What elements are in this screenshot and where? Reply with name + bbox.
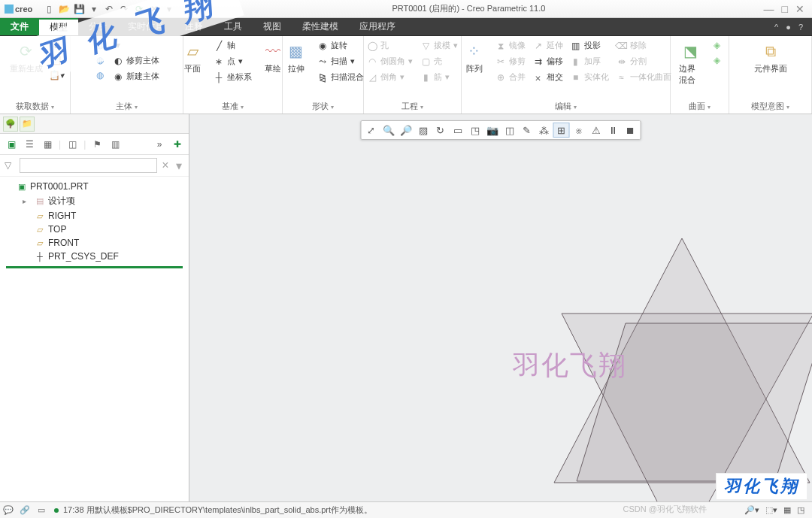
- blend-button[interactable]: ⧎扫描混合: [316, 71, 365, 83]
- graphics-canvas[interactable]: ⤢ 🔍 🔎 ▨ ↻ ▭ ◳ 📷 ◫ ✎ ⁂ ⊞ ⨳ ⚠ ⏸ ⏹ 羽化飞翔: [189, 114, 812, 501]
- filter-dd-icon[interactable]: ▾: [174, 159, 184, 173]
- open-icon[interactable]: 📂: [58, 3, 70, 15]
- new-body-button[interactable]: ◉新建主体: [111, 70, 161, 83]
- window-controls: — □ ✕: [756, 3, 812, 15]
- sidebar-tabs: 🌳 📁: [0, 114, 189, 134]
- minimize-button[interactable]: —: [764, 3, 774, 15]
- tree-csys[interactable]: ┼PRT_CSYS_DEF: [20, 250, 187, 263]
- body4-icon[interactable]: ▾: [111, 39, 161, 51]
- project-button[interactable]: ▥投影: [569, 39, 611, 52]
- point-button[interactable]: ∗点 ▾: [212, 55, 253, 68]
- thicken-button[interactable]: ▮加厚: [569, 55, 611, 68]
- clear-filter-icon[interactable]: ×: [160, 159, 171, 172]
- offset-button[interactable]: ⇉偏移: [532, 55, 565, 68]
- pattern-button[interactable]: ⁘阵列: [459, 39, 489, 76]
- tree-list-icon[interactable]: ☰: [23, 138, 36, 151]
- tree-right-plane[interactable]: ▱RIGHT: [20, 209, 187, 223]
- zoomin-icon[interactable]: 🔍: [380, 123, 397, 138]
- copy-icon[interactable]: ⧉: [50, 39, 64, 51]
- tab-apps[interactable]: 应用程序: [349, 18, 406, 35]
- boundary-icon: ⬔: [680, 41, 701, 62]
- save-dd-icon[interactable]: ▾: [88, 3, 100, 15]
- regenerate-button[interactable]: ⟳ 重新生成: [7, 39, 46, 76]
- tree-root[interactable]: ▣PRT0001.PRT: [2, 180, 187, 193]
- tree-settings-icon[interactable]: ✚: [171, 138, 184, 151]
- close-win-icon[interactable]: ✕: [148, 3, 160, 15]
- body1-icon[interactable]: ◍: [93, 39, 107, 51]
- sidebar-tab-layers[interactable]: 📁: [20, 117, 35, 132]
- smart-filter-icon[interactable]: ◳: [797, 505, 804, 515]
- collapse-ribbon-icon[interactable]: ^: [774, 23, 778, 32]
- redo-icon[interactable]: ↷: [118, 3, 130, 15]
- trim-button[interactable]: ✂修剪: [494, 55, 527, 68]
- refit-icon[interactable]: ⤢: [363, 123, 380, 138]
- find-icon[interactable]: 🔎▾: [744, 505, 759, 515]
- split-button[interactable]: ⇹分割: [615, 55, 673, 68]
- selection-filter-icon[interactable]: ⬚▾: [765, 505, 777, 515]
- extrude-button[interactable]: ▩拉伸: [281, 39, 311, 76]
- solidify-button[interactable]: ■实体化: [569, 71, 611, 83]
- merge-button[interactable]: ⊕合并: [494, 71, 527, 83]
- shell-button[interactable]: ▢壳: [419, 55, 459, 68]
- trim-body-button[interactable]: ◐修剪主体: [111, 54, 161, 67]
- revolve-button[interactable]: ◉旋转: [316, 39, 365, 52]
- tree-flag-icon[interactable]: ⚑: [90, 138, 104, 151]
- boundary-blend-button[interactable]: ⬔边界混合: [676, 39, 706, 87]
- group-intent: 模型意图: [751, 99, 789, 112]
- body3-icon[interactable]: ◍: [93, 69, 107, 81]
- plane-button[interactable]: ▱平面: [177, 39, 208, 76]
- new-icon[interactable]: ▯: [43, 3, 55, 15]
- qat-dd-icon[interactable]: ▾: [163, 3, 175, 15]
- paste-dd-icon[interactable]: 📋▾: [50, 69, 64, 81]
- extend-button[interactable]: ↗延伸: [532, 39, 565, 52]
- close-button[interactable]: ✕: [795, 3, 804, 15]
- axis-button[interactable]: ╱轴: [212, 39, 253, 52]
- mirror-button[interactable]: ⧗镜像: [494, 39, 527, 52]
- flatten-button[interactable]: ≈一体化曲面: [615, 71, 673, 83]
- paste-icon[interactable]: 📋: [50, 54, 64, 66]
- remove-button[interactable]: ⌫移除: [615, 39, 673, 52]
- tab-annotate[interactable]: 注释: [174, 18, 214, 35]
- maximize-button[interactable]: □: [782, 3, 788, 15]
- draft-button[interactable]: ▽拔模 ▾: [419, 39, 459, 52]
- tree-insert-marker[interactable]: [6, 266, 183, 272]
- tab-simulate[interactable]: 实时仿真: [117, 18, 174, 35]
- undo-icon[interactable]: ↶: [103, 3, 115, 15]
- sidebar-tab-tree[interactable]: 🌳: [3, 117, 18, 132]
- status-sel-icon[interactable]: ▭: [33, 505, 50, 515]
- tree-grid-icon[interactable]: ▦: [41, 138, 54, 151]
- tree-top-plane[interactable]: ▱TOP: [20, 223, 187, 236]
- round-button[interactable]: ◠倒圆角 ▾: [365, 55, 414, 68]
- tab-flex[interactable]: 柔性建模: [292, 18, 349, 35]
- csys-button[interactable]: ┼坐标系: [212, 71, 253, 83]
- body2-icon[interactable]: ◍: [93, 54, 107, 66]
- tab-file[interactable]: 文件: [0, 18, 39, 35]
- tab-analysis[interactable]: 分析: [78, 18, 117, 35]
- notif-icon[interactable]: ●: [786, 23, 791, 32]
- tree-design-items[interactable]: ▸▤设计项: [20, 193, 187, 209]
- tree-expand-icon[interactable]: »: [153, 138, 166, 151]
- tab-view[interactable]: 视图: [253, 18, 292, 35]
- surf1-icon[interactable]: ◈: [710, 39, 724, 51]
- save-icon[interactable]: 💾: [73, 3, 85, 15]
- status-link-icon[interactable]: 🔗: [17, 505, 33, 515]
- tab-tools[interactable]: 工具: [214, 18, 253, 35]
- regen-icon[interactable]: ⟳: [133, 3, 145, 15]
- status-msg-icon[interactable]: 💬: [0, 505, 17, 515]
- help-icon[interactable]: ?: [798, 23, 803, 32]
- tree-cols-icon[interactable]: ▥: [108, 138, 122, 151]
- chamfer-button[interactable]: ◿倒角 ▾: [365, 71, 414, 83]
- tree-filter-icon[interactable]: ◫: [65, 138, 79, 151]
- rib-button[interactable]: ▮筋 ▾: [419, 71, 459, 83]
- intersect-button[interactable]: ⨉相交: [532, 71, 565, 83]
- surf2-icon[interactable]: ◈: [710, 54, 724, 66]
- hole-button[interactable]: ◯孔: [365, 39, 414, 52]
- funnel-icon[interactable]: ▽: [5, 160, 17, 171]
- tab-model[interactable]: 模型: [39, 18, 78, 35]
- sweep-button[interactable]: ⤳扫描 ▾: [316, 55, 365, 68]
- tree-filter-input[interactable]: [20, 158, 157, 173]
- tree-cube-icon[interactable]: ▣: [5, 138, 18, 151]
- component-interface-button[interactable]: ⧉元件界面: [751, 39, 790, 76]
- geom-filter-icon[interactable]: ▦: [783, 505, 791, 515]
- tree-front-plane[interactable]: ▱FRONT: [20, 236, 187, 250]
